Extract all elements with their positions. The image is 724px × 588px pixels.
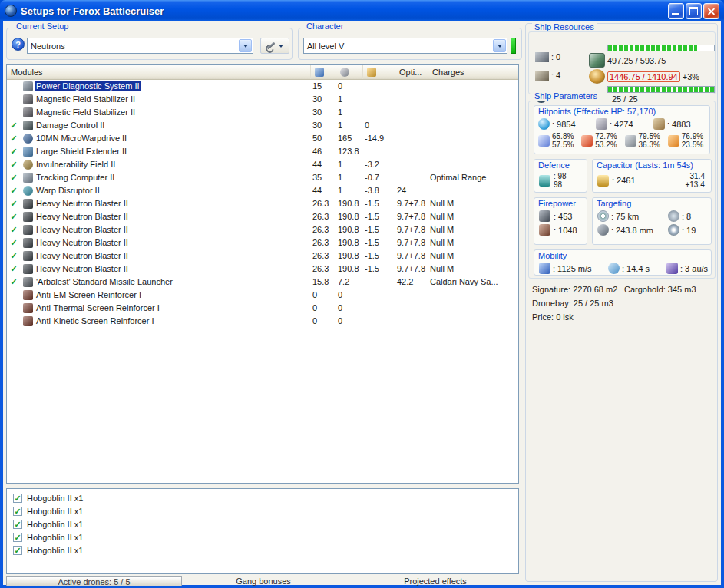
- title-bar[interactable]: Setups for Ferox Battlecruiser: [0, 0, 724, 21]
- module-optimal: 9.7+7.8: [395, 210, 428, 223]
- window-title: Setups for Ferox Battlecruiser: [21, 5, 668, 17]
- module-powergrid: 1: [336, 93, 363, 106]
- active-check-icon[interactable]: ✓: [7, 223, 21, 236]
- active-check-icon[interactable]: ✓: [7, 145, 21, 158]
- character-label: Character: [304, 21, 345, 31]
- maximize-button[interactable]: [686, 3, 702, 19]
- close-button[interactable]: [703, 3, 719, 19]
- powergrid-column-header[interactable]: [336, 65, 363, 79]
- modules-list-header: Modules Opti... Charges: [7, 65, 518, 80]
- module-optimal: 9.7+7.8: [395, 197, 428, 210]
- active-check-icon[interactable]: [7, 106, 21, 119]
- module-row[interactable]: ✓ Large Shield Extender II 46 123.8: [7, 145, 518, 158]
- module-row[interactable]: Anti-Kinetic Screen Reinforcer I 0 0: [7, 315, 518, 328]
- module-row[interactable]: Magnetic Field Stabilizer II 30 1: [7, 106, 518, 119]
- module-icon: [23, 94, 33, 104]
- agility-value: : 14.4 s: [622, 264, 650, 273]
- active-check-icon[interactable]: ✓: [7, 276, 21, 289]
- active-check-icon[interactable]: ✓: [7, 210, 21, 223]
- drone-row[interactable]: ✓ Hobgoblin II x1: [7, 517, 518, 530]
- module-row[interactable]: ✓ Heavy Neutron Blaster II 26.3 190.8 -1…: [7, 223, 518, 236]
- module-cpu: 26.3: [311, 223, 336, 236]
- max-targets-value: : 8: [682, 212, 691, 221]
- help-icon[interactable]: ?: [12, 38, 25, 51]
- module-row[interactable]: ✓ Heavy Neutron Blaster II 26.3 190.8 -1…: [7, 197, 518, 210]
- drone-checkbox[interactable]: ✓: [13, 494, 22, 503]
- active-check-icon[interactable]: [7, 93, 21, 106]
- active-check-icon[interactable]: ✓: [7, 158, 21, 171]
- resist-cell: 76.9% 23.5%: [668, 132, 709, 149]
- module-powergrid: 190.8: [336, 210, 363, 223]
- drone-row[interactable]: ✓ Hobgoblin II x1: [7, 543, 518, 557]
- drone-row[interactable]: ✓ Hobgoblin II x1: [7, 491, 518, 504]
- active-drones-bar[interactable]: Active drones: 5 / 5: [6, 576, 182, 586]
- drone-checkbox[interactable]: ✓: [13, 507, 22, 516]
- active-check-icon[interactable]: ✓: [7, 249, 21, 263]
- powergrid-over-percent: +3%: [683, 72, 699, 81]
- drone-checkbox[interactable]: ✓: [13, 520, 22, 529]
- active-check-icon[interactable]: ✓: [7, 197, 21, 210]
- active-check-icon[interactable]: [7, 315, 21, 328]
- setup-combobox[interactable]: Neutrons: [27, 38, 253, 54]
- mobility-box: Mobility : 1125 m/s : 14.4 s : 3 au/s: [534, 249, 712, 276]
- active-check-icon[interactable]: [7, 80, 21, 93]
- character-combobox-dropdown-button[interactable]: [493, 39, 506, 52]
- module-row[interactable]: Anti-Thermal Screen Reinforcer I 0 0: [7, 302, 518, 315]
- module-row[interactable]: ✓ Heavy Neutron Blaster II 26.3 190.8 -1…: [7, 236, 518, 249]
- module-list-body[interactable]: Power Diagnostic System II 15 0 Magnetic…: [7, 80, 518, 328]
- gang-bonuses-section[interactable]: Gang bonuses: [236, 576, 291, 586]
- module-name: Anti-EM Screen Reinforcer I: [35, 289, 311, 302]
- module-row[interactable]: Magnetic Field Stabilizer II 30 1: [7, 93, 518, 106]
- active-check-icon[interactable]: ✓: [7, 171, 21, 184]
- active-check-icon[interactable]: ✓: [7, 184, 21, 197]
- modules-list[interactable]: Modules Opti... Charges Power Diagnostic…: [6, 64, 519, 484]
- current-setup-group: ? Neutrons: [6, 28, 293, 60]
- module-capacitor: [363, 145, 395, 158]
- cpu-bar: [607, 45, 715, 51]
- current-setup-label: Current Setup: [14, 21, 71, 31]
- active-check-icon[interactable]: [7, 289, 21, 302]
- module-cpu: 50: [311, 132, 336, 145]
- capacitor-column-header[interactable]: [363, 65, 395, 79]
- module-row[interactable]: Power Diagnostic System II 15 0: [7, 80, 518, 93]
- cpu-column-header[interactable]: [311, 65, 336, 79]
- active-check-icon[interactable]: [7, 302, 21, 315]
- module-icon: [23, 316, 33, 326]
- module-row[interactable]: ✓ 10MN MicroWarpdrive II 50 165 -14.9: [7, 132, 518, 145]
- minimize-button[interactable]: [668, 3, 684, 19]
- active-check-icon[interactable]: ✓: [7, 236, 21, 249]
- module-row[interactable]: ✓ Invulnerability Field II 44 1 -3.2: [7, 158, 518, 171]
- module-row[interactable]: ✓ Warp Disruptor II 44 1 -3.8 24: [7, 184, 518, 197]
- setup-combobox-dropdown-button[interactable]: [239, 39, 252, 52]
- drone-checkbox[interactable]: ✓: [13, 533, 22, 542]
- module-row[interactable]: ✓ Heavy Neutron Blaster II 26.3 190.8 -1…: [7, 263, 518, 276]
- module-capacitor: -1.5: [363, 263, 395, 276]
- active-check-icon[interactable]: ✓: [7, 119, 21, 132]
- drone-row[interactable]: ✓ Hobgoblin II x1: [7, 504, 518, 517]
- character-combobox[interactable]: All level V: [303, 38, 507, 54]
- modules-column-header[interactable]: Modules: [7, 65, 311, 79]
- module-row[interactable]: ✓ 'Arbalest' Standard Missile Launcher 1…: [7, 276, 518, 289]
- module-row[interactable]: ✓ Heavy Neutron Blaster II 26.3 190.8 -1…: [7, 249, 518, 263]
- defence-value-2: 98: [554, 180, 567, 189]
- drone-checkbox[interactable]: ✓: [13, 546, 22, 555]
- powergrid-column-icon: [340, 68, 349, 77]
- module-row[interactable]: ✓ Damage Control II 30 1 0: [7, 119, 518, 132]
- module-row[interactable]: Anti-EM Screen Reinforcer I 0 0: [7, 289, 518, 302]
- active-check-icon[interactable]: ✓: [7, 263, 21, 276]
- turret-hardpoints-icon: [535, 52, 549, 62]
- module-optimal: [395, 145, 428, 158]
- targeting-range-value: : 75 km: [611, 212, 639, 221]
- drone-row[interactable]: ✓ Hobgoblin II x1: [7, 530, 518, 543]
- projected-effects-section[interactable]: Projected effects: [404, 576, 467, 586]
- charges-column-header[interactable]: Charges: [428, 65, 518, 79]
- maximize-icon: [689, 7, 698, 15]
- setup-tools-button[interactable]: [260, 38, 289, 54]
- module-row[interactable]: ✓ Heavy Neutron Blaster II 26.3 190.8 -1…: [7, 210, 518, 223]
- module-name: Tracking Computer II: [35, 171, 311, 184]
- active-check-icon[interactable]: ✓: [7, 132, 21, 145]
- optimal-column-header[interactable]: Opti...: [395, 65, 428, 79]
- module-row[interactable]: ✓ Tracking Computer II 35 1 -0.7 Optimal…: [7, 171, 518, 184]
- drones-list[interactable]: ✓ Hobgoblin II x1 ✓ Hobgoblin II x1 ✓ Ho…: [6, 488, 519, 574]
- module-cpu: 0: [311, 315, 336, 328]
